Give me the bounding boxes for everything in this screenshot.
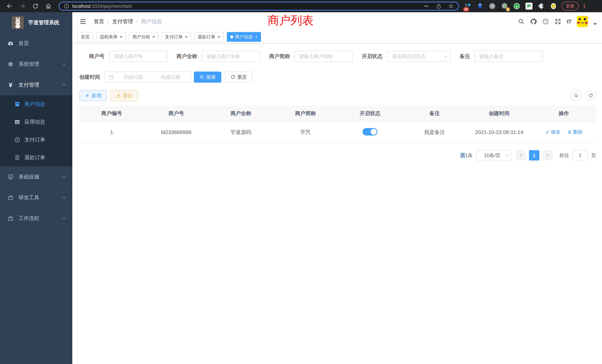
browser-toolbar: localhost:1024/pay/merchant 10 ⌘ 1 y bbox=[0, 0, 602, 12]
annotation-merchant-list: 商户列表 bbox=[268, 13, 314, 28]
tab-label: 商户信息 bbox=[235, 34, 253, 40]
reload-icon[interactable] bbox=[32, 3, 39, 9]
status-toggle[interactable] bbox=[363, 128, 377, 136]
close-icon[interactable]: × bbox=[218, 35, 220, 39]
tab-label: 支付订单 bbox=[165, 34, 183, 40]
total-suffix: 条 bbox=[468, 152, 473, 158]
col-remark: 备注 bbox=[402, 106, 467, 121]
total-number: 1 bbox=[465, 152, 468, 158]
full-name-input[interactable] bbox=[202, 51, 260, 62]
sidebar-item-app-info[interactable]: 应用信息 bbox=[0, 113, 72, 131]
close-icon[interactable]: × bbox=[185, 35, 188, 39]
add-button[interactable]: 新增 bbox=[79, 90, 107, 101]
chevron-down-icon bbox=[62, 216, 66, 221]
tab-pay-order[interactable]: 支付订单× bbox=[162, 32, 191, 42]
next-page-button[interactable] bbox=[542, 150, 553, 161]
command-extension-icon[interactable]: ⌘ bbox=[489, 2, 496, 10]
help-icon[interactable]: ? bbox=[542, 18, 549, 25]
share-icon[interactable] bbox=[436, 3, 441, 9]
sidebar-item-home[interactable]: 首页 bbox=[0, 33, 72, 54]
search-icon[interactable] bbox=[518, 18, 525, 25]
url-bar[interactable]: localhost:1024/pay/merchant bbox=[59, 2, 459, 11]
hamburger-icon[interactable] bbox=[79, 18, 86, 25]
font-size-icon[interactable]: tT bbox=[567, 18, 571, 25]
merchant-no-input[interactable] bbox=[109, 51, 168, 62]
delete-link[interactable]: 删除 bbox=[567, 129, 583, 135]
page-number-1[interactable]: 1 bbox=[529, 150, 539, 161]
refresh-table-button[interactable] bbox=[585, 90, 596, 101]
sidebar-item-system[interactable]: 系统管理 bbox=[0, 54, 72, 75]
caret-down-icon[interactable] bbox=[593, 23, 597, 25]
sidebar-item-label: 工作流程 bbox=[19, 215, 62, 222]
remark-input[interactable] bbox=[474, 51, 543, 62]
sidebar-item-pay[interactable]: ¥ 支付管理 bbox=[0, 75, 72, 95]
page-size-select[interactable]: 10条/页 bbox=[476, 150, 512, 161]
tab-user-group[interactable]: 用户分组× bbox=[129, 32, 158, 42]
pinned-extension-icon[interactable]: 10 bbox=[464, 2, 472, 10]
sidebar-item-merchant-info[interactable]: 商户信息 bbox=[0, 95, 72, 113]
goto-page-input[interactable] bbox=[573, 150, 588, 161]
browser-update-button[interactable]: 更新 bbox=[562, 2, 579, 11]
date-range-picker[interactable]: 开始日期 - 结束日期 bbox=[105, 72, 191, 83]
breadcrumb-home[interactable]: 首页 bbox=[94, 18, 104, 25]
short-name-input[interactable] bbox=[294, 51, 353, 62]
search-button[interactable]: 搜索 bbox=[194, 72, 221, 83]
tab-home[interactable]: 首页 bbox=[77, 32, 93, 42]
edit-link[interactable]: 修改 bbox=[545, 129, 560, 135]
date-end-placeholder[interactable]: 结束日期 bbox=[154, 74, 187, 80]
yuque-extension-icon[interactable]: y bbox=[513, 2, 520, 10]
extension-badge: 1 bbox=[506, 7, 510, 11]
forward-icon[interactable] bbox=[19, 3, 26, 9]
sidebar-item-workflow[interactable]: 工作流程 bbox=[0, 208, 72, 229]
sidebar-item-refund-order[interactable]: 退款订单 bbox=[0, 149, 72, 166]
tab-label: 用户分组 bbox=[132, 34, 150, 40]
status-select-input[interactable] bbox=[387, 51, 451, 62]
sidebar-item-pay-order[interactable]: ¥ 支付订单 bbox=[0, 131, 72, 149]
filter-remark: 备注 bbox=[460, 51, 543, 62]
gem-extension-icon[interactable] bbox=[476, 2, 484, 10]
col-merchant-id: 商户编号 bbox=[79, 106, 144, 121]
emoji-extension-icon[interactable] bbox=[550, 2, 557, 10]
close-icon[interactable]: × bbox=[152, 35, 155, 39]
tab-refund-order[interactable]: 退款订单× bbox=[194, 32, 224, 42]
sidebar-item-devtool[interactable]: 研发工具 bbox=[0, 187, 72, 208]
tab-process-form[interactable]: 流程表单× bbox=[96, 32, 126, 42]
sidebar-item-infra[interactable]: 基础设施 bbox=[0, 166, 72, 187]
col-create-time: 创建时间 bbox=[467, 106, 532, 121]
browser-menu-icon[interactable]: ⋮ bbox=[582, 3, 587, 9]
refresh-icon bbox=[231, 75, 235, 79]
filter-status: 开启状态 bbox=[362, 51, 451, 62]
tab-merchant-info[interactable]: 商户信息× bbox=[227, 32, 261, 42]
github-icon[interactable] bbox=[530, 18, 537, 25]
chevron-left-icon bbox=[519, 153, 523, 157]
status-select[interactable] bbox=[387, 51, 451, 62]
site-info-icon[interactable] bbox=[64, 3, 69, 9]
sidebar-logo[interactable]: 芋道管理系统 bbox=[0, 12, 72, 33]
close-icon[interactable]: × bbox=[120, 35, 122, 39]
filter-short-name: 商户简称 bbox=[269, 51, 353, 62]
back-icon[interactable] bbox=[6, 3, 13, 9]
export-button[interactable]: 导出 bbox=[110, 90, 138, 101]
yen-icon: ¥ bbox=[7, 82, 14, 88]
reset-button[interactable]: 重置 bbox=[225, 72, 252, 83]
svg-text:⌘: ⌘ bbox=[490, 4, 494, 9]
chevron-down-icon bbox=[62, 62, 66, 66]
bookmark-star-icon[interactable] bbox=[448, 3, 454, 9]
password-key-icon[interactable] bbox=[424, 3, 429, 9]
prev-page-button[interactable] bbox=[516, 150, 526, 161]
chat-extension-icon[interactable] bbox=[525, 2, 533, 10]
breadcrumb-pay[interactable]: 支付管理 bbox=[112, 18, 133, 25]
plus-icon bbox=[85, 93, 90, 98]
fullscreen-icon[interactable] bbox=[555, 18, 561, 25]
puzzle-extensions-icon[interactable] bbox=[538, 2, 545, 10]
sidebar-item-label: 支付订单 bbox=[24, 136, 45, 143]
recorder-extension-icon[interactable]: 1 bbox=[501, 2, 508, 10]
user-avatar[interactable] bbox=[577, 16, 588, 27]
document-icon bbox=[14, 154, 20, 161]
home-icon[interactable] bbox=[45, 3, 52, 9]
sidebar-item-label: 基础设施 bbox=[19, 173, 62, 180]
toggle-search-button[interactable] bbox=[571, 90, 582, 101]
close-icon[interactable]: × bbox=[255, 35, 258, 39]
date-start-placeholder[interactable]: 开始日期 bbox=[117, 74, 150, 80]
col-full-name: 商户全称 bbox=[208, 106, 273, 121]
